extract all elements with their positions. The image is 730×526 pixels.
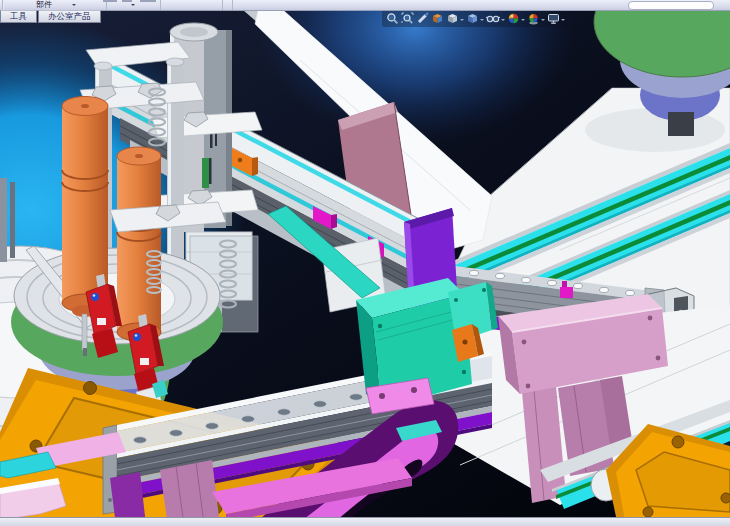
view-settings-button[interactable] [546, 10, 566, 27]
dropdown-caret [460, 19, 464, 23]
tab-office-products[interactable]: 办公室产品 [38, 10, 101, 23]
dropdown-caret [501, 19, 505, 23]
dropdown-caret [541, 19, 545, 23]
search-box[interactable] [628, 1, 714, 10]
view-settings-icon [547, 12, 560, 25]
hide-show-items-icon [486, 12, 500, 25]
display-style-cube-icon [446, 12, 459, 25]
apply-scene-button[interactable] [526, 10, 546, 27]
display-style-button[interactable] [445, 10, 465, 27]
command-strip: 部件 [0, 0, 730, 11]
status-bar [0, 517, 730, 526]
view-orientation-icon [431, 12, 444, 25]
zoom-to-area-button[interactable] [400, 10, 415, 27]
zoom-to-fit-icon [386, 12, 399, 25]
apply-scene-icon [527, 12, 540, 25]
clipped-toolbar-text [140, 0, 156, 2]
clipped-toolbar-text [103, 0, 117, 2]
dropdown-caret [480, 19, 484, 23]
heads-up-view-toolbar [382, 9, 569, 27]
dropdown-caret [521, 19, 525, 23]
dropdown-caret[interactable] [72, 4, 76, 8]
view-orientation-button[interactable] [430, 10, 445, 27]
hide-show-items-button[interactable] [485, 10, 506, 27]
dropdown-caret [561, 19, 565, 23]
edit-appearance-icon [507, 12, 520, 25]
ribbon-tab-bar: 工具 办公室产品 [0, 10, 101, 23]
separator [232, 0, 233, 10]
zoom-to-fit-button[interactable] [385, 10, 400, 27]
section-view-button[interactable] [415, 10, 430, 27]
3d-viewport[interactable] [0, 10, 730, 517]
separator [160, 0, 161, 10]
orientation-cube-button[interactable] [465, 10, 485, 27]
clipped-toolbar-text [122, 0, 132, 2]
orientation-cube-icon [466, 12, 479, 25]
component-menu-label[interactable]: 部件 [36, 0, 52, 10]
section-view-icon [416, 12, 429, 25]
separator [222, 0, 223, 10]
separator [3, 0, 4, 10]
edit-appearance-button[interactable] [506, 10, 526, 27]
dropdown-caret[interactable] [131, 4, 135, 8]
tab-tools[interactable]: 工具 [0, 10, 37, 23]
zoom-to-area-icon [401, 12, 414, 25]
app-window: 部件 工具 办公室产品 [0, 0, 730, 526]
